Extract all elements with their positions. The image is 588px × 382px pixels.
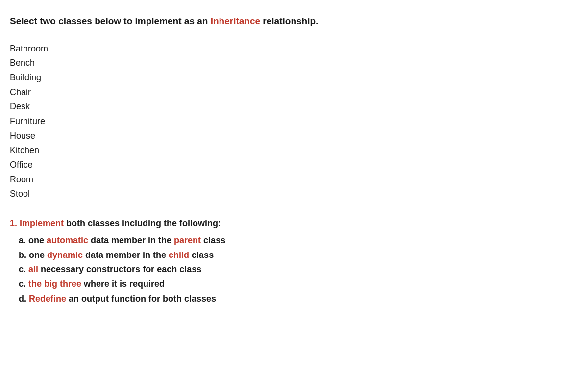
task-text-a: data member in the xyxy=(88,235,174,245)
list-item[interactable]: Bench xyxy=(10,56,578,71)
task-text-c2: where it is required xyxy=(81,279,165,289)
list-item[interactable]: Furniture xyxy=(10,114,578,129)
task-text-a2: class xyxy=(201,235,225,245)
list-item[interactable]: House xyxy=(10,129,578,144)
list-item[interactable]: Chair xyxy=(10,85,578,100)
task-parent: parent xyxy=(174,235,201,245)
task-text-d: an output function for both classes xyxy=(66,294,216,304)
instruction-prefix: Select two classes below to implement as… xyxy=(10,16,211,26)
list-item[interactable]: Stool xyxy=(10,187,578,202)
task-all: all xyxy=(28,264,38,274)
task-item-c1: c. all necessary constructors for each c… xyxy=(19,262,578,277)
list-item[interactable]: Building xyxy=(10,71,578,85)
task-child: child xyxy=(169,250,189,260)
instruction-suffix: relationship. xyxy=(260,16,318,26)
list-item[interactable]: Kitchen xyxy=(10,143,578,158)
task-item-d: d. Redefine an output function for both … xyxy=(19,292,578,306)
list-item[interactable]: Bathroom xyxy=(10,42,578,56)
task-bigthree: the big three xyxy=(28,279,81,289)
task-label-a: a. one xyxy=(19,235,47,245)
task-item-b: b. one dynamic data member in the child … xyxy=(19,248,578,263)
task-text-b: data member in the xyxy=(83,250,169,260)
tasks-section: 1. Implement both classes including the … xyxy=(10,216,578,306)
instruction-text: Select two classes below to implement as… xyxy=(10,15,578,28)
task-main-label: 1. Implement both classes including the … xyxy=(10,216,578,230)
list-item[interactable]: Office xyxy=(10,158,578,173)
task-redefine: Redefine xyxy=(29,294,66,304)
task-label-b: b. one xyxy=(19,250,47,260)
task-main-text: both classes including the following: xyxy=(64,218,221,228)
task-text-c1: necessary constructors for each class xyxy=(38,264,201,274)
task-label-c2: c. xyxy=(19,279,28,289)
list-item[interactable]: Room xyxy=(10,173,578,187)
task-item-c2: c. the big three where it is required xyxy=(19,277,578,292)
task-label-c1: c. xyxy=(19,264,28,274)
task-label-d: d. xyxy=(19,294,29,304)
instruction-highlight: Inheritance xyxy=(211,16,260,26)
task-automatic: automatic xyxy=(47,235,88,245)
task-implement-label: Implement xyxy=(20,218,64,228)
task-dynamic: dynamic xyxy=(47,250,83,260)
task-item-a: a. one automatic data member in the pare… xyxy=(19,233,578,248)
task-number: 1. xyxy=(10,218,20,228)
task-text-b2: class xyxy=(189,250,214,260)
class-list: Bathroom Bench Building Chair Desk Furni… xyxy=(10,42,578,202)
list-item[interactable]: Desk xyxy=(10,100,578,114)
